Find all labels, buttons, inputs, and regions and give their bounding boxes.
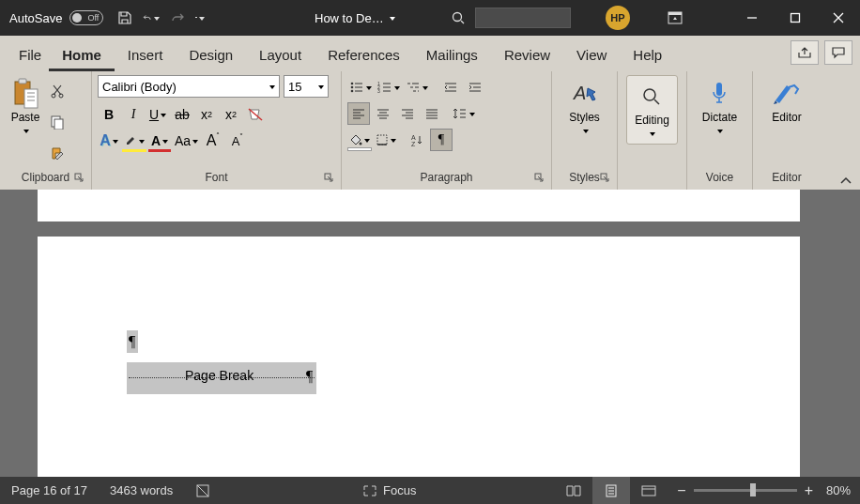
tab-design[interactable]: Design — [176, 39, 246, 71]
font-launcher-icon[interactable] — [324, 173, 335, 184]
tab-file[interactable]: File — [11, 39, 49, 71]
title-bar: AutoSave Off How to De… HP — [0, 0, 860, 36]
align-left-button[interactable] — [347, 102, 370, 125]
qat-customize-icon[interactable] — [195, 9, 205, 26]
svg-rect-3 — [791, 14, 800, 23]
justify-button[interactable] — [421, 102, 443, 125]
group-styles: A Styles Styles — [552, 71, 618, 190]
undo-icon[interactable] — [143, 9, 160, 26]
share-button[interactable] — [791, 40, 819, 65]
tab-help[interactable]: Help — [620, 39, 675, 71]
pilcrow-mark: ¶ — [129, 333, 135, 350]
tab-view[interactable]: View — [563, 39, 620, 71]
multilevel-list-button[interactable] — [404, 76, 430, 99]
copy-button[interactable] — [47, 112, 68, 132]
styles-label: Styles — [569, 171, 600, 184]
borders-button[interactable] — [374, 129, 398, 151]
bold-button[interactable]: B — [98, 103, 120, 126]
font-label: Font — [205, 171, 227, 184]
user-avatar[interactable]: HP — [606, 6, 630, 30]
format-painter-button[interactable] — [47, 143, 68, 163]
zoom-out-button[interactable]: − — [677, 482, 685, 499]
svg-text:3: 3 — [377, 88, 380, 94]
search-area[interactable] — [451, 6, 593, 30]
ribbon-display-options-icon[interactable] — [662, 5, 688, 31]
group-editor: Editor Editor — [753, 71, 821, 190]
line-spacing-button[interactable] — [451, 102, 477, 125]
svg-rect-27 — [716, 83, 722, 96]
svg-text:A: A — [573, 83, 586, 103]
font-size-combo[interactable]: 15 — [284, 75, 329, 98]
font-name-combo[interactable]: Calibri (Body) — [98, 75, 280, 98]
tab-references[interactable]: References — [315, 39, 413, 71]
chevron-down-icon — [715, 124, 723, 137]
underline-button[interactable]: U — [146, 103, 169, 126]
shading-button[interactable] — [347, 129, 372, 151]
text-effects-button[interactable]: A — [98, 130, 120, 152]
font-color-button[interactable]: A — [148, 130, 171, 152]
change-case-button[interactable]: Aa — [173, 130, 200, 152]
svg-rect-30 — [642, 486, 655, 496]
close-button[interactable] — [817, 0, 860, 36]
focus-mode-button[interactable]: Focus — [351, 477, 427, 504]
grow-font-button[interactable]: A˄ — [202, 130, 224, 152]
minimize-button[interactable] — [730, 0, 774, 36]
voice-label: Voice — [706, 171, 733, 184]
save-icon[interactable] — [116, 9, 133, 26]
document-area[interactable]: ¶ Page Break ¶ — [0, 190, 860, 477]
tab-review[interactable]: Review — [491, 39, 563, 71]
shrink-font-button[interactable]: A˅ — [226, 130, 249, 152]
web-layout-button[interactable] — [630, 477, 668, 504]
align-right-button[interactable] — [396, 102, 419, 125]
numbering-button[interactable]: 123 — [376, 76, 402, 99]
show-hide-pilcrow-button[interactable]: ¶ — [430, 129, 453, 151]
word-count[interactable]: 3463 words — [99, 477, 184, 504]
svg-rect-20 — [377, 135, 387, 145]
autosave-toggle[interactable]: Off — [69, 10, 103, 25]
title-dropdown-icon — [388, 11, 395, 25]
comments-button[interactable] — [824, 40, 852, 65]
redo-icon[interactable] — [169, 9, 186, 26]
clipboard-launcher-icon[interactable] — [74, 173, 85, 184]
styles-launcher-icon[interactable] — [600, 173, 611, 184]
window-controls — [730, 0, 860, 36]
search-box[interactable] — [475, 8, 571, 28]
microphone-icon — [703, 77, 735, 111]
page[interactable]: ¶ Page Break ¶ — [38, 237, 800, 477]
zoom-slider[interactable] — [694, 489, 797, 492]
cut-button[interactable] — [47, 81, 68, 101]
strikethrough-button[interactable]: ab — [171, 103, 193, 126]
increase-indent-button[interactable] — [464, 76, 486, 99]
paste-button[interactable]: Paste — [6, 75, 45, 139]
read-mode-button[interactable] — [555, 477, 592, 504]
decrease-indent-button[interactable] — [439, 76, 462, 99]
document-title[interactable]: How to De… — [315, 11, 395, 25]
page-indicator[interactable]: Page 16 of 17 — [0, 477, 99, 504]
dictate-button[interactable]: Dictate — [699, 75, 741, 139]
group-clipboard: Paste Clipboard — [0, 71, 92, 190]
italic-button[interactable]: I — [122, 103, 145, 126]
collapse-ribbon-icon[interactable] — [839, 176, 852, 186]
svg-point-13 — [351, 83, 354, 85]
maximize-button[interactable] — [774, 0, 817, 36]
bullets-button[interactable] — [347, 76, 374, 99]
paragraph-launcher-icon[interactable] — [534, 173, 545, 184]
sort-button[interactable]: AZ — [406, 129, 428, 151]
styles-button[interactable]: A Styles — [565, 75, 605, 139]
tab-layout[interactable]: Layout — [246, 39, 315, 71]
tab-mailings[interactable]: Mailings — [413, 39, 491, 71]
spell-check-status[interactable] — [184, 477, 223, 504]
zoom-percent[interactable]: 80% — [826, 483, 851, 497]
tab-insert[interactable]: Insert — [115, 39, 177, 71]
zoom-in-button[interactable]: + — [805, 482, 813, 499]
editing-button[interactable]: Editing — [626, 75, 678, 145]
highlight-button[interactable] — [122, 130, 146, 152]
superscript-button[interactable]: x2 — [220, 103, 242, 126]
tab-home[interactable]: Home — [49, 39, 115, 71]
chevron-down-icon — [581, 124, 589, 137]
align-center-button[interactable] — [372, 102, 394, 125]
editor-button[interactable]: Editor — [767, 75, 806, 126]
clear-formatting-button[interactable] — [244, 103, 267, 126]
print-layout-button[interactable] — [592, 477, 630, 504]
subscript-button[interactable]: x2 — [195, 103, 218, 126]
